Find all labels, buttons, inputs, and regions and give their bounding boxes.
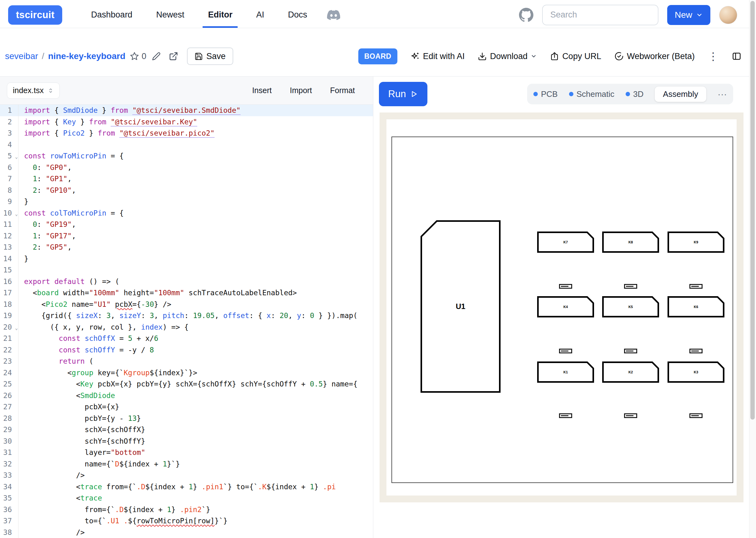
nav-link-docs[interactable]: Docs xyxy=(283,2,313,28)
code-line-10[interactable]: 10⌄const colToMicroPin = { xyxy=(0,207,373,219)
code-line-9[interactable]: 9} xyxy=(0,196,373,207)
code-line-34[interactable]: 34 <trace from={`.D${index + 1} .pin1`} … xyxy=(0,481,373,493)
component-diode[interactable] xyxy=(624,349,637,353)
code-line-6[interactable]: 6 0: "GP0", xyxy=(0,162,373,173)
code-area[interactable]: 1import { SmdDiode } from "@tsci/seveiba… xyxy=(0,105,373,538)
code-line-13[interactable]: 13 2: "GP5", xyxy=(0,242,373,253)
code-line-36[interactable]: 36 from={`.D${index + 1} .pin2`} xyxy=(0,504,373,515)
component-diode[interactable] xyxy=(559,413,572,418)
code-line-15[interactable]: 15 xyxy=(0,264,373,276)
code-line-27[interactable]: 27 pcbX={x} xyxy=(0,401,373,413)
github-icon[interactable] xyxy=(519,8,533,22)
nav-link-newest[interactable]: Newest xyxy=(151,2,190,28)
code-line-24[interactable]: 24 <group key={`Kgroup${index}`}> xyxy=(0,367,373,379)
component-key-k3[interactable]: K3 xyxy=(668,361,725,383)
code-line-30[interactable]: 30 schY={schOffY} xyxy=(0,436,373,447)
code-line-18[interactable]: 18 <Pico2 name="U1" pcbX={-30} /> xyxy=(0,299,373,310)
code-line-3[interactable]: 3import { Pico2 } from "@tsci/seveibar.p… xyxy=(0,128,373,139)
line-number: 14 xyxy=(0,253,19,265)
code-line-11[interactable]: 11 0: "GP19", xyxy=(0,219,373,230)
code-line-33[interactable]: 33 /> xyxy=(0,469,373,481)
component-diode[interactable] xyxy=(689,413,703,418)
tab-schematic[interactable]: Schematic xyxy=(569,89,614,99)
component-diode[interactable] xyxy=(624,284,637,289)
window-scrollbar[interactable] xyxy=(749,0,756,538)
component-key-k8[interactable]: K8 xyxy=(602,232,659,253)
code-line-17[interactable]: 17 <board width="100mm" height="100mm" s… xyxy=(0,287,373,299)
code-line-2[interactable]: 2import { Key } from "@tsci/seveibar.Key… xyxy=(0,116,373,128)
component-diode[interactable] xyxy=(624,413,637,418)
avatar[interactable] xyxy=(719,6,737,24)
fold-chevron-icon[interactable]: ⌄ xyxy=(15,208,18,220)
tabs-more-button[interactable]: ··· xyxy=(718,89,727,99)
code-line-35[interactable]: 35 <trace xyxy=(0,492,373,504)
fold-chevron-icon[interactable]: ⌄ xyxy=(15,322,18,334)
nav-link-dashboard[interactable]: Dashboard xyxy=(86,2,138,28)
code-line-22[interactable]: 22 const schOffY = -y / 8 xyxy=(0,344,373,356)
component-key-k2[interactable]: K2 xyxy=(602,361,659,383)
webworker-toggle[interactable]: Webworker (Beta) xyxy=(614,52,695,61)
component-key-k4[interactable]: K4 xyxy=(537,296,594,317)
code-line-19[interactable]: 19 {grid({ sizeX: 3, sizeY: 3, pitch: 19… xyxy=(0,310,373,321)
more-menu-button[interactable]: ⋮ xyxy=(708,50,719,63)
code-line-26[interactable]: 26 <SmdDiode xyxy=(0,390,373,402)
component-diode[interactable] xyxy=(559,284,572,289)
code-line-38[interactable]: 38 /> xyxy=(0,527,373,538)
save-icon xyxy=(195,52,203,61)
star-button[interactable]: 0 xyxy=(130,52,146,61)
import-button[interactable]: Import xyxy=(290,86,312,95)
code-line-20[interactable]: 20⌄ ({ x, y, row, col }, index) => { xyxy=(0,321,373,333)
copy-url-button[interactable]: Copy URL xyxy=(550,52,601,61)
file-selector[interactable]: index.tsx xyxy=(7,82,60,99)
toggle-panel-button[interactable] xyxy=(731,51,742,61)
code-line-31[interactable]: 31 layer="bottom" xyxy=(0,447,373,458)
fold-chevron-icon[interactable]: ⌄ xyxy=(15,151,18,163)
nav-link-ai[interactable]: AI xyxy=(251,2,269,28)
code-line-28[interactable]: 28 pcbY={y - 13} xyxy=(0,413,373,424)
tab-3d[interactable]: 3D xyxy=(626,89,643,99)
code-line-12[interactable]: 12 1: "GP17", xyxy=(0,230,373,242)
rename-button[interactable] xyxy=(152,52,161,61)
component-key-k9[interactable]: K9 xyxy=(668,232,725,253)
run-button[interactable]: Run xyxy=(379,82,428,106)
component-key-k7[interactable]: K7 xyxy=(537,232,594,253)
code-line-23[interactable]: 23 return ( xyxy=(0,355,373,367)
code-line-1[interactable]: 1import { SmdDiode } from "@tsci/seveiba… xyxy=(0,105,373,116)
component-diode[interactable] xyxy=(559,349,572,353)
code-line-16[interactable]: 16export default () => ( xyxy=(0,276,373,288)
new-button[interactable]: New xyxy=(667,5,710,25)
download-button[interactable]: Download xyxy=(478,52,537,61)
component-diode[interactable] xyxy=(689,349,703,353)
nav-link-editor[interactable]: Editor xyxy=(203,2,238,28)
component-key-k1[interactable]: K1 xyxy=(537,361,594,383)
code-line-29[interactable]: 29 schX={schOffX} xyxy=(0,424,373,436)
breadcrumb-project[interactable]: nine-key-keyboard xyxy=(48,51,125,61)
code-text: {grid({ sizeX: 3, sizeY: 3, pitch: 19.05… xyxy=(19,310,357,321)
tab-pcb[interactable]: PCB xyxy=(533,89,557,99)
code-line-8[interactable]: 8 2: "GP10", xyxy=(0,185,373,196)
component-key-k6[interactable]: K6 xyxy=(668,296,725,317)
insert-button[interactable]: Insert xyxy=(252,86,272,95)
code-line-21[interactable]: 21 const schOffX = 5 + x/6 xyxy=(0,333,373,344)
code-line-7[interactable]: 7 1: "GP1", xyxy=(0,173,373,185)
format-button[interactable]: Format xyxy=(330,86,355,95)
save-button[interactable]: Save xyxy=(187,47,233,65)
breadcrumb-owner[interactable]: seveibar xyxy=(5,51,38,61)
scrollbar-thumb[interactable] xyxy=(750,1,755,420)
component-u1[interactable]: U1 xyxy=(421,220,500,393)
code-line-32[interactable]: 32 name={`D${index + 1}`} xyxy=(0,458,373,470)
edit-with-ai-button[interactable]: Edit with AI xyxy=(411,52,465,61)
assembly-canvas[interactable]: U1 K7K8K9K4K5K6K1K2K3 xyxy=(379,113,743,502)
component-diode[interactable] xyxy=(689,284,703,289)
search-input[interactable] xyxy=(542,5,659,25)
open-external-button[interactable] xyxy=(169,52,178,61)
discord-icon[interactable] xyxy=(327,8,340,22)
code-line-14[interactable]: 14} xyxy=(0,253,373,265)
code-line-5[interactable]: 5⌄const rowToMicroPin = { xyxy=(0,150,373,162)
code-line-37[interactable]: 37 to={`.U1 .${rowToMicroPin[row]}`} xyxy=(0,515,373,527)
code-line-25[interactable]: 25 <Key pcbX={x} pcbY={y} schX={schOffX}… xyxy=(0,378,373,390)
code-line-4[interactable]: 4 xyxy=(0,139,373,151)
tscircuit-logo[interactable]: tscircuit xyxy=(8,5,62,25)
tab-assembly[interactable]: Assembly xyxy=(655,86,706,102)
component-key-k5[interactable]: K5 xyxy=(602,296,659,317)
